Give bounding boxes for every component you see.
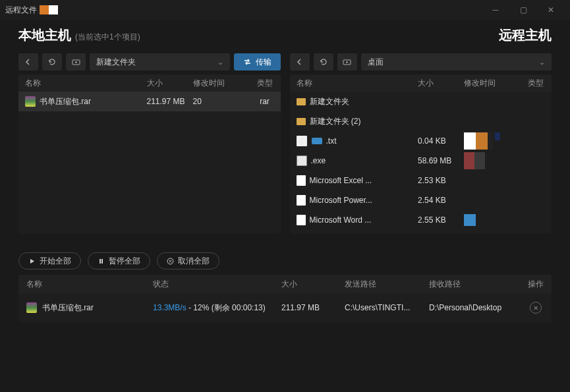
file-date: 20 xyxy=(193,97,249,106)
doc-icon xyxy=(297,215,306,225)
col-date[interactable]: 修改时间 xyxy=(193,78,249,89)
table-row[interactable]: Microsoft Word ...2.55 KB xyxy=(290,210,552,230)
transfer-actions: 开始全部 暂停全部 取消全部 xyxy=(0,234,570,275)
remote-newfolder-button[interactable] xyxy=(337,53,357,70)
file-size: 2.54 KB xyxy=(418,196,464,205)
titlebar-title: 远程文件 xyxy=(5,5,37,16)
doc-icon xyxy=(297,175,306,186)
pixel-block xyxy=(464,132,520,150)
txt-icon xyxy=(297,136,307,146)
col-type[interactable]: 类型 xyxy=(520,78,552,89)
col-name[interactable]: 名称 xyxy=(18,78,147,89)
pixel-block xyxy=(464,152,520,169)
col-size[interactable]: 大小 xyxy=(147,78,193,89)
local-refresh-button[interactable] xyxy=(42,53,62,70)
file-size: 2.55 KB xyxy=(418,215,464,225)
tcol-dst[interactable]: 接收路径 xyxy=(429,279,520,290)
local-host-title: 本地主机 xyxy=(18,26,71,44)
pause-icon xyxy=(98,258,105,265)
tcol-name[interactable]: 名称 xyxy=(18,279,153,290)
transfer-table-body: 书单压缩包.rar13.3MB/s - 12% (剩余 00:00:13)211… xyxy=(18,293,552,322)
folder-icon xyxy=(297,98,306,105)
file-name: Microsoft Excel ... xyxy=(310,176,372,185)
table-row[interactable]: 新建文件夹 (2) xyxy=(290,111,552,131)
table-row[interactable]: .txt0.04 KB xyxy=(290,131,552,151)
svg-rect-3 xyxy=(101,259,103,264)
titlebar-logo-block xyxy=(40,5,58,14)
remote-panel: 桌面 ⌄ 名称 大小 修改时间 类型 新建文件夹新建文件夹 (2).txt0.0… xyxy=(290,53,552,234)
rar-icon xyxy=(25,96,36,107)
transfer-row[interactable]: 书单压缩包.rar13.3MB/s - 12% (剩余 00:00:13)211… xyxy=(18,293,552,322)
folder-icon xyxy=(297,118,306,125)
pause-all-button[interactable]: 暂停全部 xyxy=(88,252,150,269)
chevron-down-icon: ⌄ xyxy=(217,58,223,67)
table-row[interactable]: .exe58.69 MB xyxy=(290,151,552,171)
header: 本地主机 (当前选中1个项目) 远程主机 xyxy=(0,20,570,53)
transfer-button[interactable]: 传输 xyxy=(234,53,281,70)
file-name: Microsoft Word ... xyxy=(310,215,372,225)
col-date[interactable]: 修改时间 xyxy=(464,78,520,89)
file-date xyxy=(464,132,520,150)
transfer-table-header: 名称 状态 大小 发送路径 接收路径 操作 xyxy=(18,275,552,293)
tcol-op[interactable]: 操作 xyxy=(520,279,552,290)
file-type: rar xyxy=(249,97,281,106)
file-name: 书单压缩包.rar xyxy=(40,96,91,107)
local-table-body: 书单压缩包.rar211.97 MB20rar xyxy=(18,92,281,234)
maximize-button[interactable]: ▢ xyxy=(509,0,537,20)
file-name: Microsoft Power... xyxy=(310,196,372,205)
remote-path-select[interactable]: 桌面 ⌄ xyxy=(361,53,552,70)
file-date xyxy=(464,214,520,226)
local-selection-sub: (当前选中1个项目) xyxy=(75,32,140,43)
local-path-select[interactable]: 新建文件夹 ⌄ xyxy=(90,53,230,70)
cancel-icon xyxy=(167,258,174,265)
start-all-button[interactable]: 开始全部 xyxy=(18,252,81,269)
file-name: 新建文件夹 xyxy=(310,96,349,107)
col-type[interactable]: 类型 xyxy=(249,78,281,89)
transfer-size: 211.97 MB xyxy=(281,303,345,312)
remote-back-button[interactable] xyxy=(290,53,310,70)
exe-icon xyxy=(297,155,307,166)
transfer-name: 书单压缩包.rar xyxy=(42,302,94,314)
local-path-label: 新建文件夹 xyxy=(96,57,136,68)
remote-path-label: 桌面 xyxy=(368,57,384,68)
table-row[interactable]: 书单压缩包.rar211.97 MB20rar xyxy=(18,92,281,111)
pixel-block xyxy=(464,214,520,226)
doc-icon xyxy=(297,195,306,206)
remote-table-body: 新建文件夹新建文件夹 (2).txt0.04 KB.exe58.69 MBMic… xyxy=(290,92,552,234)
close-button[interactable]: ✕ xyxy=(537,0,565,20)
remote-refresh-button[interactable] xyxy=(314,53,333,70)
local-newfolder-button[interactable] xyxy=(66,53,86,70)
table-row[interactable]: Microsoft Excel ...2.53 KB xyxy=(290,171,552,190)
local-table-header: 名称 大小 修改时间 类型 xyxy=(18,74,281,92)
file-size: 58.69 MB xyxy=(418,156,464,165)
table-row[interactable]: 新建文件夹 xyxy=(290,92,552,111)
transfer-progress: - 12% (剩余 00:00:13) xyxy=(186,303,266,312)
col-name[interactable]: 名称 xyxy=(290,78,418,89)
local-panel: 新建文件夹 ⌄ 传输 名称 大小 修改时间 类型 书单压缩包.rar211.97… xyxy=(18,53,281,234)
transfer-status: 13.3MB/s - 12% (剩余 00:00:13) xyxy=(153,302,281,314)
transfer-speed: 13.3MB/s xyxy=(153,303,186,312)
file-name: .exe xyxy=(311,156,326,165)
file-size: 211.97 MB xyxy=(147,97,193,106)
remote-table-header: 名称 大小 修改时间 类型 xyxy=(290,74,552,92)
tcol-size[interactable]: 大小 xyxy=(281,279,345,290)
cancel-all-button[interactable]: 取消全部 xyxy=(157,252,219,269)
tcol-status[interactable]: 状态 xyxy=(153,279,281,290)
file-size: 2.53 KB xyxy=(418,176,464,185)
file-name: .txt xyxy=(326,136,337,146)
local-back-button[interactable] xyxy=(18,53,38,70)
cancel-transfer-button[interactable]: ✕ xyxy=(530,302,542,314)
svg-rect-2 xyxy=(100,259,101,264)
transfer-label: 传输 xyxy=(256,57,271,68)
titlebar: 远程文件 ─ ▢ ✕ xyxy=(0,0,570,20)
window-controls: ─ ▢ ✕ xyxy=(482,0,565,20)
play-icon xyxy=(28,258,36,265)
file-size: 0.04 KB xyxy=(418,136,464,146)
chevron-down-icon: ⌄ xyxy=(539,58,545,67)
minimize-button[interactable]: ─ xyxy=(482,0,509,20)
table-row[interactable]: Microsoft Power...2.54 KB xyxy=(290,190,552,210)
col-size[interactable]: 大小 xyxy=(418,78,464,89)
tcol-src[interactable]: 发送路径 xyxy=(345,279,429,290)
file-name: 新建文件夹 (2) xyxy=(310,116,361,127)
transfer-src: C:\Users\TINGTI... xyxy=(345,303,429,312)
